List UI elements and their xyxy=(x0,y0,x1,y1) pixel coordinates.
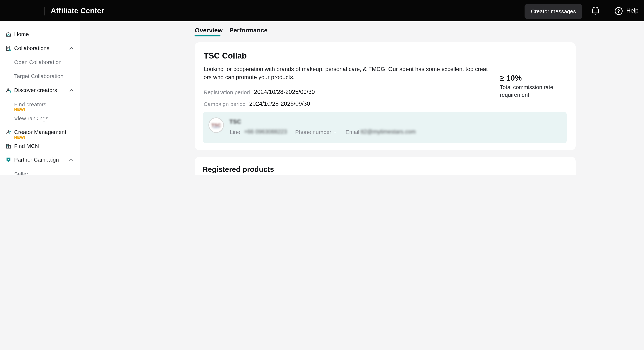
svg-text:?: ? xyxy=(617,8,620,14)
